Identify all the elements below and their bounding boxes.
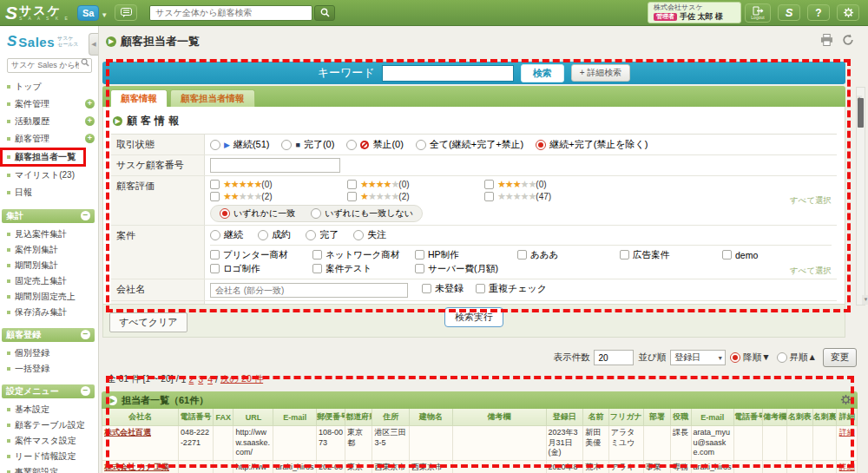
collapse-minus-icon[interactable]: − — [81, 330, 90, 339]
trade-status-radio[interactable]: 禁止(0) — [346, 138, 403, 151]
sales-logo[interactable]: S Sales サスケ セールス — [0, 26, 98, 54]
project-checkbox[interactable]: あああ — [517, 249, 620, 261]
sidebar-menu-item[interactable]: 一括登録 — [0, 361, 98, 377]
column-header[interactable]: E-mail — [691, 409, 734, 426]
saaske-logo[interactable]: S サスケ S A A S K E — [5, 3, 70, 22]
rating-checkbox[interactable]: ★★★★★(0) — [484, 179, 621, 190]
project-checkbox[interactable]: ロゴ制作 — [210, 263, 312, 275]
print-button[interactable] — [820, 34, 833, 49]
rating-checkbox[interactable]: ★★★★★(2) — [347, 191, 484, 202]
expand-plus-icon[interactable]: + — [85, 134, 95, 143]
select-all-link[interactable]: すべて選択 — [790, 195, 832, 207]
page-link[interactable]: 4 — [207, 374, 213, 384]
execute-search-button[interactable]: 検索実行 — [444, 307, 503, 327]
sidebar-menu-item[interactable]: 期間別集計 — [0, 258, 98, 273]
column-header[interactable]: 電話番号 — [178, 409, 213, 426]
project-checkbox[interactable]: サーバー費(月額) — [415, 263, 517, 275]
trade-status-radio[interactable]: 全て(継続+完了+禁止) — [416, 138, 523, 151]
rating-checkbox[interactable]: ★★★★★(0) — [347, 179, 484, 190]
scrollbar-thumb[interactable] — [858, 98, 864, 128]
column-header[interactable]: E-mail — [273, 409, 317, 426]
company-link[interactable]: 株式会社 カナ工業 — [104, 463, 169, 471]
column-header[interactable]: 備考欄 — [763, 409, 787, 426]
company-link[interactable]: 株式会社百選 — [104, 428, 151, 437]
collapse-minus-icon[interactable]: − — [81, 386, 90, 396]
column-header[interactable]: URL — [233, 409, 273, 426]
sidebar-menu-item[interactable]: 見込案件集計 — [0, 227, 98, 242]
sidebar-collapse-button[interactable]: ◀ — [89, 33, 98, 56]
sidebar-search-input[interactable] — [7, 58, 92, 73]
column-header[interactable]: 郵便番号 — [317, 409, 345, 426]
sidebar-menu-item[interactable]: 保存済み集計 — [0, 305, 98, 320]
project-checkbox[interactable]: HP制作 — [415, 249, 517, 261]
section-header[interactable]: 設定メニュー − — [2, 384, 95, 398]
sidebar-menu-item[interactable]: リード情報設定 — [0, 449, 98, 464]
column-header[interactable]: 名刺表 — [786, 409, 812, 426]
project-checkbox[interactable]: ネットワーク商材 — [312, 249, 415, 261]
user-info-box[interactable]: 株式会社サスケ 管理者 手佐 太郎 様 — [648, 2, 741, 23]
section-header[interactable]: 顧客登録 − — [2, 328, 95, 342]
sidebar-menu-item[interactable]: 固定売上集計 — [0, 273, 98, 289]
sidebar-menu-item[interactable]: 顧客テーブル設定 — [0, 417, 98, 433]
rating-checkbox[interactable]: ★★★★★(2) — [210, 191, 347, 202]
sidebar-menu-item[interactable]: 事業部設定 — [0, 464, 98, 473]
company-option-checkbox[interactable]: 重複チェック — [476, 282, 547, 295]
match-mode-radio[interactable]: いずれにも一致しない — [311, 207, 413, 220]
global-search-input[interactable] — [149, 5, 312, 21]
keyword-input[interactable] — [382, 65, 514, 82]
sidebar-menu-item[interactable]: 案件別集計 — [0, 242, 98, 258]
column-header[interactable]: フリガナ — [608, 409, 643, 426]
detail-search-button[interactable]: + 詳細検索 — [571, 64, 631, 82]
sort-asc-radio[interactable]: 昇順▲ — [777, 351, 817, 364]
help-button[interactable]: ? — [807, 4, 830, 21]
sidebar-menu-item[interactable]: マイリスト(23) + — [0, 167, 98, 184]
global-search-button[interactable] — [314, 5, 335, 21]
sidebar-menu-item[interactable]: 期間別固定売上 — [0, 289, 98, 305]
project-status-radio[interactable]: 失注 — [353, 228, 386, 241]
sidebar-menu-item[interactable]: 顧客担当者一覧 + — [0, 148, 86, 167]
sidebar-menu-item[interactable]: 活動履歴 + — [0, 113, 98, 130]
company-option-checkbox[interactable]: 未登録 — [422, 282, 464, 295]
expand-plus-icon[interactable]: + — [85, 99, 95, 108]
column-header[interactable]: 詳細 — [837, 409, 858, 426]
column-header[interactable]: 備考欄 — [452, 409, 546, 426]
column-header[interactable]: 会社名 — [102, 409, 179, 426]
workspace-caret-icon[interactable]: ▼ — [101, 11, 108, 19]
tab[interactable]: 顧客担当者情報 — [170, 89, 255, 107]
tab[interactable]: 顧客情報 — [110, 89, 168, 107]
column-header[interactable]: 都道府県 — [345, 409, 372, 426]
logout-button[interactable]: Logout — [745, 3, 771, 23]
sidebar-menu-item[interactable]: トップ + — [0, 78, 98, 95]
column-header[interactable]: 名刺裏 — [812, 409, 837, 426]
project-status-radio[interactable]: 継続 — [210, 228, 243, 241]
chat-button[interactable] — [115, 4, 137, 21]
column-header[interactable]: 役職 — [671, 409, 691, 426]
column-header[interactable]: 部署 — [643, 409, 670, 426]
detail-link[interactable]: 詳細 — [839, 463, 855, 471]
sidebar-menu-item[interactable]: 基本設定 — [0, 402, 98, 417]
column-header[interactable]: 名前 — [583, 409, 609, 426]
sidebar-menu-item[interactable]: 顧客管理 + — [0, 130, 98, 148]
rating-checkbox[interactable]: ★★★★★(47) — [484, 191, 621, 202]
column-header[interactable]: 住所 — [372, 409, 410, 426]
customer-number-input[interactable] — [210, 158, 340, 173]
sidebar-menu-item[interactable]: 案件管理 + — [0, 95, 98, 113]
project-checkbox[interactable]: demo — [722, 249, 825, 261]
refresh-button[interactable] — [842, 34, 854, 49]
column-header[interactable]: FAX — [213, 409, 233, 426]
display-count-input[interactable] — [594, 350, 634, 365]
project-checkbox[interactable]: 案件テスト — [312, 263, 415, 275]
project-status-radio[interactable]: 成約 — [258, 228, 291, 241]
sidebar-menu-item[interactable]: 日報 + — [0, 184, 98, 201]
detail-link[interactable]: 詳細 — [839, 428, 855, 437]
match-mode-radio[interactable]: いずれかに一致 — [220, 207, 295, 220]
apply-sort-button[interactable]: 変更 — [823, 348, 857, 367]
sort-field-select[interactable]: 登録日 ▼ — [670, 350, 726, 365]
expand-plus-icon[interactable]: + — [85, 116, 95, 126]
select-all-link[interactable]: すべて選択 — [790, 266, 832, 277]
workspace-badge[interactable]: Sa — [77, 5, 99, 21]
column-header[interactable]: 電話番号 — [734, 409, 763, 426]
collapse-minus-icon[interactable]: − — [81, 211, 90, 220]
project-status-radio[interactable]: 完了 — [306, 228, 339, 241]
scroll-down-icon[interactable]: ▼ — [862, 295, 868, 305]
